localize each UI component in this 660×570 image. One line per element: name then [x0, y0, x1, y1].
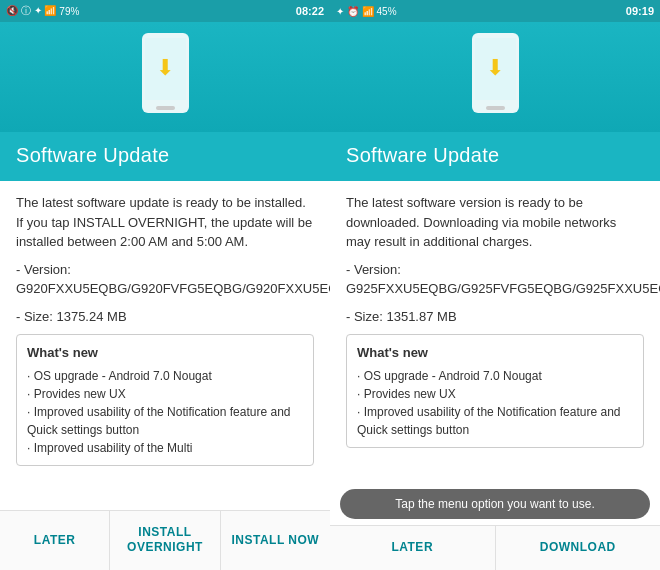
signal-icons: 🔇 ⓘ ✦ 📶 — [6, 4, 56, 18]
status-bar-time-right: 08:22 — [296, 5, 324, 17]
title-section-2: Software Update — [330, 132, 660, 181]
svg-text:⬇: ⬇ — [486, 55, 504, 80]
later-button-1[interactable]: LATER — [0, 511, 110, 570]
phone-illustration-2: ⬇ — [468, 33, 523, 121]
description-text-1: The latest software update is ready to b… — [16, 193, 314, 252]
whats-new-box-1: What's new · OS upgrade - Android 7.0 No… — [16, 334, 314, 466]
whats-new-item-1-3: · Improved usability of the Multi — [27, 439, 303, 457]
install-now-button[interactable]: INSTALL NOW — [221, 511, 330, 570]
whats-new-box-2: What's new · OS upgrade - Android 7.0 No… — [346, 334, 644, 448]
battery-text: 79% — [59, 6, 79, 17]
whats-new-item-2-2: · Improved usability of the Notification… — [357, 403, 633, 439]
svg-text:⬇: ⬇ — [156, 55, 174, 80]
version-text-2: - Version: G925FXXU5EQBG/G925FVFG5EQBG/G… — [346, 260, 644, 299]
svg-rect-6 — [486, 106, 505, 110]
page-title-2: Software Update — [346, 144, 644, 167]
buttons-row-2: LATER DOWNLOAD — [330, 525, 660, 570]
status-time-2: 09:19 — [626, 5, 654, 17]
phone-illustration-1: ⬇ — [138, 33, 193, 121]
whats-new-title-2: What's new — [357, 343, 633, 363]
whats-new-item-2-0: · OS upgrade - Android 7.0 Nougat — [357, 367, 633, 385]
status-bar-icons-left: 🔇 ⓘ ✦ 📶 🔇 ⚙ 📶 79% 79% — [6, 4, 79, 18]
whats-new-item-2-1: · Provides new UX — [357, 385, 633, 403]
install-overnight-button[interactable]: INSTALL OVERNIGHT — [110, 511, 220, 570]
status-time: 08:22 — [296, 5, 324, 17]
whats-new-title-1: What's new — [27, 343, 303, 363]
tooltip-overlay: Tap the menu option you want to use. — [340, 489, 650, 519]
buttons-row-1: LATER INSTALL OVERNIGHT INSTALL NOW — [0, 510, 330, 570]
whats-new-item-1-0: · OS upgrade - Android 7.0 Nougat — [27, 367, 303, 385]
page-title-1: Software Update — [16, 144, 314, 167]
whats-new-item-1-2: · Improved usability of the Notification… — [27, 403, 303, 439]
status-bar-icons-left-2: ✦ ⏰ 📶 45% — [336, 6, 397, 17]
battery-text-2: 45% — [377, 6, 397, 17]
size-text-1: - Size: 1375.24 MB — [16, 307, 314, 327]
description-text-2: The latest software version is ready to … — [346, 193, 644, 252]
hero-image-1: ⬇ — [0, 22, 330, 132]
content-area-2: The latest software version is ready to … — [330, 181, 660, 489]
hero-image-2: ⬇ — [330, 22, 660, 132]
download-button[interactable]: DOWNLOAD — [496, 526, 661, 570]
status-bar-1: 🔇 ⓘ ✦ 📶 🔇 ⚙ 📶 79% 79% 08:22 — [0, 0, 330, 22]
screen-2: ✦ ⏰ 📶 45% 09:19 ⬇ Software Update The la… — [330, 0, 660, 570]
content-area-1: The latest software update is ready to b… — [0, 181, 330, 510]
later-button-2[interactable]: LATER — [330, 526, 496, 570]
title-section-1: Software Update — [0, 132, 330, 181]
svg-rect-2 — [156, 106, 175, 110]
size-text-2: - Size: 1351.87 MB — [346, 307, 644, 327]
screen-1: 🔇 ⓘ ✦ 📶 🔇 ⚙ 📶 79% 79% 08:22 ⬇ Software U… — [0, 0, 330, 570]
status-bar-time-right-2: 09:19 — [626, 5, 654, 17]
status-bar-2: ✦ ⏰ 📶 45% 09:19 — [330, 0, 660, 22]
version-text-1: - Version: G920FXXU5EQBG/G920FVFG5EQBG/G… — [16, 260, 314, 299]
whats-new-item-1-1: · Provides new UX — [27, 385, 303, 403]
signal-icons-2: ✦ ⏰ 📶 — [336, 6, 374, 17]
